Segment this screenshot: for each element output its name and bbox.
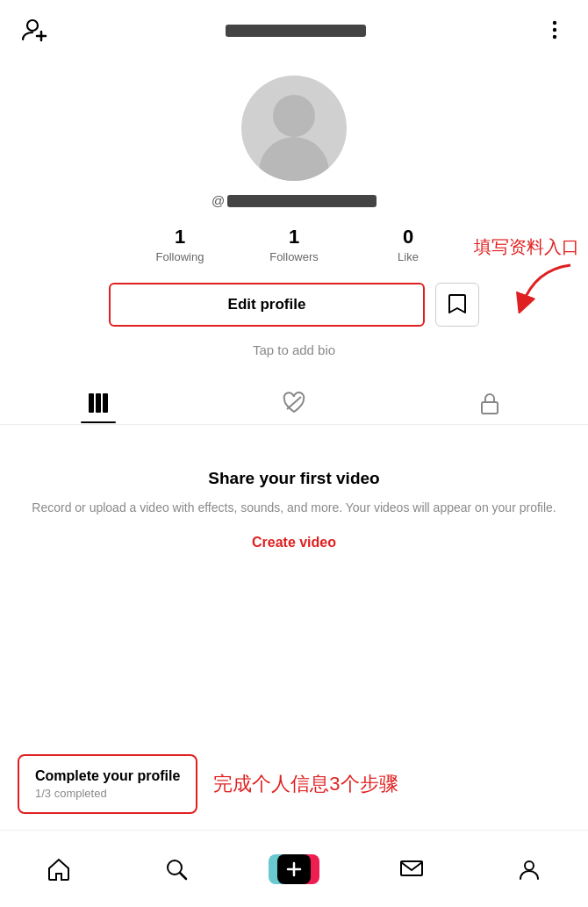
bottom-nav	[0, 830, 588, 907]
more-options-button[interactable]	[542, 18, 567, 42]
bio-placeholder[interactable]: Tap to add bio	[253, 342, 335, 357]
header-username	[226, 21, 366, 39]
nav-profile[interactable]	[470, 831, 588, 907]
complete-profile-bar: Complete your profile 1/3 completed 完成个人…	[0, 740, 588, 828]
avatar[interactable]	[241, 76, 347, 181]
tab-videos[interactable]	[0, 379, 196, 423]
svg-rect-7	[96, 393, 101, 413]
complete-profile-subtitle: 1/3 completed	[35, 787, 180, 800]
stats-row: 1 Following 1 Followers 0 Like	[0, 226, 588, 263]
profile-icon	[517, 857, 541, 882]
svg-point-3	[553, 21, 556, 25]
svg-point-5	[553, 35, 556, 39]
edit-profile-button[interactable]: Edit profile	[109, 283, 425, 327]
header	[0, 0, 588, 54]
tab-liked[interactable]	[196, 379, 391, 423]
stat-likes[interactable]: 0 Like	[351, 226, 465, 263]
tab-private[interactable]	[392, 378, 588, 424]
svg-line-13	[180, 873, 186, 879]
create-video-button[interactable]: Create video	[252, 535, 336, 551]
stat-following[interactable]: 1 Following	[123, 226, 237, 263]
profile-username: @	[212, 193, 376, 208]
inbox-icon	[399, 857, 424, 882]
stat-followers[interactable]: 1 Followers	[237, 226, 351, 263]
search-icon	[164, 857, 189, 882]
svg-rect-6	[89, 393, 94, 413]
nav-search[interactable]	[118, 831, 235, 907]
nav-home[interactable]	[0, 831, 118, 907]
complete-profile-title: Complete your profile	[35, 768, 180, 784]
svg-point-4	[553, 28, 556, 32]
svg-point-0	[27, 20, 38, 31]
add-icon	[269, 853, 319, 886]
complete-steps-annotation: 完成个人信息3个步骤	[213, 771, 398, 797]
buttons-row: Edit profile	[0, 283, 588, 327]
tabs-row	[0, 378, 588, 425]
complete-profile-box[interactable]: Complete your profile 1/3 completed	[18, 754, 197, 814]
svg-rect-11	[482, 402, 498, 414]
add-user-button[interactable]	[21, 16, 49, 44]
svg-point-16	[525, 861, 534, 870]
profile-section: @ 1 Following 1 Followers 0 Like 填写资料入口	[0, 54, 588, 378]
share-description: Record or upload a video with effects, s…	[26, 499, 562, 517]
bookmark-button[interactable]	[435, 283, 479, 327]
svg-rect-8	[103, 393, 108, 413]
home-icon	[47, 857, 71, 882]
nav-inbox[interactable]	[353, 831, 470, 907]
share-title: Share your first video	[26, 469, 562, 488]
nav-add[interactable]	[235, 831, 353, 907]
content-area: Share your first video Record or upload …	[0, 425, 588, 577]
